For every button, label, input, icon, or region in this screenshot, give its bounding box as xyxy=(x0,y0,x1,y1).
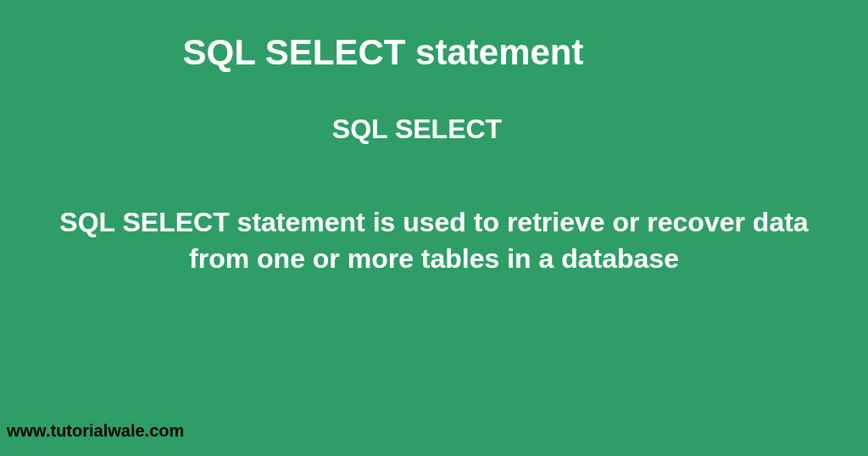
main-title: SQL SELECT statement xyxy=(0,0,868,73)
description-text: SQL SELECT statement is used to retrieve… xyxy=(0,204,868,277)
subtitle: SQL SELECT xyxy=(0,114,868,145)
footer-url: www.tutorialwale.com xyxy=(7,421,184,441)
